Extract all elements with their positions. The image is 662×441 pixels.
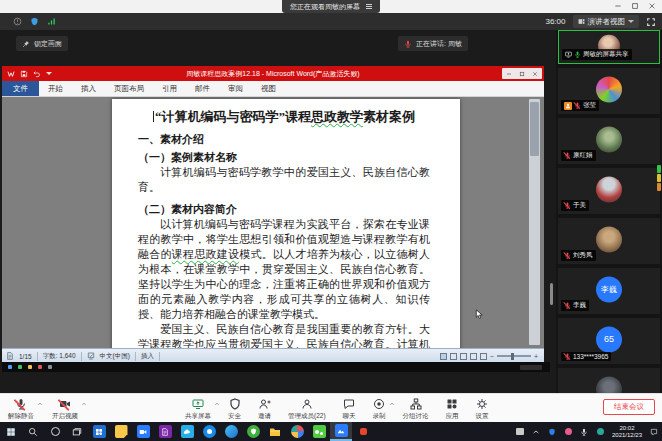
record-button[interactable]: 录制 (371, 397, 388, 421)
network-signal-icon[interactable] (47, 17, 56, 26)
share-screen-button[interactable]: 共享屏幕 (183, 397, 213, 421)
chevron-up-icon[interactable] (37, 401, 43, 407)
undo-icon (33, 70, 41, 78)
chevron-up-icon[interactable] (214, 401, 220, 407)
word-minimize-icon (506, 71, 512, 77)
taskbar-app-cloud[interactable] (176, 422, 198, 441)
pin-view-button[interactable]: 锁定画面 (16, 36, 68, 51)
taskbar-app-sticky-notes[interactable] (110, 422, 132, 441)
word-restore-icon (519, 71, 525, 77)
meeting-titlebar: 您正在观看周敏的屏幕 (0, 0, 662, 13)
mic-on-icon (574, 51, 581, 58)
shared-screen-video[interactable]: 锁定画面 正在讲话: 周敏 周敏课程思政案例12.18 - Microsoft … (0, 30, 556, 393)
participant-tile[interactable]: 65 133****3965 (558, 318, 660, 364)
stage: 锁定画面 正在讲话: 周敏 周敏课程思政案例12.18 - Microsoft … (0, 30, 662, 393)
unmute-button[interactable]: 解除静音 (6, 397, 36, 421)
doc-paragraph-2: 以计算机编码与密码学课程为实践平台，探索在专业课程的教学中，将学生思想引领和价值… (138, 217, 430, 322)
share-screen-icon (192, 398, 204, 410)
fullscreen-view-icon (450, 353, 457, 360)
shared-taskbar-icon (48, 365, 52, 369)
participant-label: 133****3965 (561, 352, 611, 361)
notification-center-icon[interactable] (649, 427, 658, 436)
avatar: 65 (596, 326, 622, 352)
settings-button[interactable]: 设置 (474, 397, 491, 421)
chat-button[interactable]: 聊天 (341, 397, 358, 421)
search-button[interactable] (22, 422, 44, 441)
member-badge-icon (564, 102, 572, 110)
participant-tile[interactable]: 李巍 李巍 (558, 268, 660, 314)
minimize-icon[interactable] (614, 2, 622, 10)
start-button[interactable] (0, 422, 22, 441)
participant-tile[interactable]: 周敏的屏幕共享 (558, 30, 660, 64)
manage-members-button[interactable]: 管理成员(22) (286, 397, 328, 421)
word-count: 字数: 1,640 (43, 352, 76, 361)
security-button[interactable]: 安全 (226, 397, 243, 421)
mic-muted-icon (564, 252, 571, 259)
tray-icon-pink[interactable] (564, 427, 573, 436)
chat-icon (343, 398, 355, 410)
participant-tile[interactable]: 于美 (558, 168, 660, 214)
participant-tile[interactable]: 张莹 (558, 68, 660, 114)
tray-chevron-up-icon[interactable] (532, 427, 541, 436)
apps-button[interactable]: 应用 (444, 397, 461, 421)
doc-paragraph-3: 爱国主义、民族自信心教育是我国重要的教育方针。大学课程教学也应当贯彻爱国主义、民… (138, 322, 430, 348)
chevron-down-icon (628, 20, 634, 26)
taskbar-app-edge[interactable] (220, 422, 242, 441)
chevron-up-icon[interactable] (389, 401, 395, 407)
invite-button[interactable]: 邀请 (256, 397, 273, 421)
avatar (596, 126, 622, 152)
chevron-up-icon[interactable] (81, 401, 87, 407)
close-icon[interactable] (648, 2, 656, 10)
window-controls (614, 2, 656, 10)
tab-mailings: 邮件 (186, 81, 219, 96)
doc-paragraph-1: 计算机编码与密码学教学中的爱国主义、民族自信心教育。 (138, 165, 430, 195)
meeting-duration: 36:00 (545, 17, 565, 26)
mic-muted-icon (564, 302, 571, 309)
taskbar-app-meeting-active[interactable] (330, 422, 352, 441)
task-view-button[interactable] (66, 422, 88, 441)
viewing-banner[interactable]: 您正在观看周敏的屏幕 (282, 0, 380, 13)
print-layout-view-icon (440, 353, 447, 360)
sidebar-collapse-handle[interactable] (550, 283, 553, 305)
screen-share-icon (565, 51, 572, 58)
maximize-icon[interactable] (631, 2, 639, 10)
taskbar-app-monitor[interactable] (286, 422, 308, 441)
taskbar-app-calculator[interactable] (88, 422, 110, 441)
zoom-out-button: − (490, 353, 494, 360)
start-video-button[interactable]: 开启视频 (50, 397, 80, 421)
taskbar-app-meeting[interactable] (132, 422, 154, 441)
shared-taskbar-icon (18, 365, 22, 369)
web-layout-view-icon (460, 353, 467, 360)
fullscreen-button[interactable] (646, 17, 656, 27)
page-icon (6, 352, 14, 360)
taskbar-app-browser[interactable] (198, 422, 220, 441)
menu-icon[interactable] (366, 4, 372, 9)
word-logo-icon (7, 70, 15, 78)
breakout-rooms-button[interactable]: 分组讨论 (401, 397, 431, 421)
page-indicator: 1/15 (19, 353, 32, 360)
taskbar-app-security[interactable] (242, 422, 264, 441)
cortana-button[interactable] (44, 422, 66, 441)
tray-shield-icon[interactable] (548, 427, 557, 436)
participant-tile[interactable]: 刘秀凤 (558, 218, 660, 264)
apps-icon (446, 398, 458, 410)
taskbar-app-wechat[interactable] (308, 422, 330, 441)
scrollbar-thumb (530, 102, 539, 156)
tray-mic-icon[interactable] (580, 427, 589, 436)
security-shield-icon[interactable] (30, 17, 39, 26)
participant-tile[interactable]: 原红娟 (558, 118, 660, 164)
ribbon-tabs: 文件 开始 插入 页面布局 引用 邮件 审阅 视图 (2, 81, 544, 97)
mic-muted-icon (564, 202, 571, 209)
tab-home: 开始 (39, 81, 72, 96)
tray-input-indicator[interactable] (516, 427, 525, 436)
taskbar-app-file-explorer[interactable] (264, 422, 286, 441)
end-meeting-button[interactable]: 结束会议 (603, 399, 655, 415)
doc-heading-2: （一）案例素材名称 (138, 149, 430, 165)
taskbar-clock[interactable]: 20:02 2021/12/23 (612, 425, 642, 439)
taskbar-app-docs[interactable] (154, 422, 176, 441)
tray-icon-teal[interactable] (596, 427, 605, 436)
view-mode-button[interactable]: 演讲者视图 (573, 15, 640, 28)
doc-title: “计算机编码与密码学”课程思政教学素材案例 (138, 107, 430, 127)
taskbar-app-s[interactable] (352, 422, 374, 441)
meeting-info-icon[interactable] (13, 17, 22, 26)
